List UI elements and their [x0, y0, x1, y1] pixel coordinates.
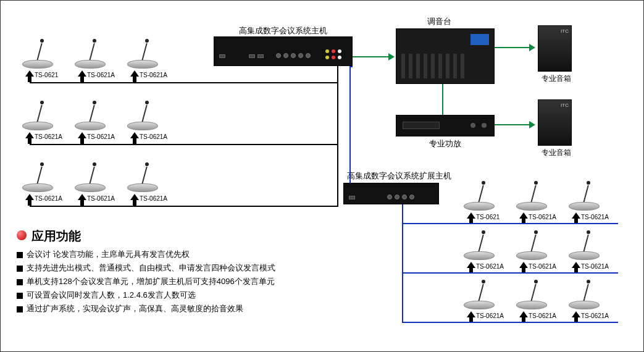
mic-unit — [19, 38, 56, 69]
mic-unit — [72, 161, 109, 192]
mic-label: TS-0621 — [35, 72, 58, 78]
feature-list: 会议讨 论发言功能，主席单元具有发言优先权 支持先进先出模式、普通模式、自由模式… — [17, 248, 275, 316]
arrow-up-icon — [467, 311, 475, 320]
mic-label: TS-0621A — [581, 312, 609, 319]
mic-unit — [566, 279, 603, 309]
mic-label: TS-0621A — [35, 195, 62, 202]
arrow-up-icon — [78, 194, 86, 203]
arrow-up-icon — [467, 262, 475, 270]
mic-label: TS-0621A — [581, 214, 609, 220]
mic-unit — [461, 279, 498, 309]
mic-label: TS-0621A — [140, 72, 167, 78]
speaker-device: ITC — [538, 99, 572, 146]
bullet-square-icon — [17, 279, 23, 285]
arrow-up-icon — [572, 262, 580, 270]
mic-label: TS-0621A — [35, 133, 62, 140]
mic-unit — [72, 38, 109, 69]
mic-label: TS-0621A — [529, 312, 556, 319]
bullet-square-icon — [17, 252, 23, 258]
wire-blue — [349, 66, 353, 67]
wire-green — [442, 84, 443, 115]
bullet-square-icon — [17, 266, 23, 272]
mic-label: TS-0621A — [140, 195, 167, 202]
mic-label: TS-0621A — [581, 263, 609, 270]
arrow-up-icon — [78, 132, 86, 141]
wire-green — [495, 47, 530, 48]
feature-item: 单机支持128个会议发言单元，增加扩展主机后可支持4096个发言单元 — [17, 275, 275, 288]
speaker-label: 专业音箱 — [538, 73, 575, 84]
mic-unit — [566, 229, 603, 260]
speaker-device: ITC — [538, 25, 572, 72]
mic-label: TS-0621A — [87, 72, 115, 78]
mic-unit — [124, 161, 161, 192]
mixer-label: 调音台 — [414, 16, 464, 27]
wire-blue — [402, 322, 618, 323]
feature-text: 通过扩声系统，实现会议扩声，高保真、高灵敏度的拾音效果 — [27, 304, 243, 313]
arrow-up-icon — [25, 132, 34, 141]
mic-label: TS-0621A — [87, 133, 115, 140]
bullet-square-icon — [17, 306, 23, 312]
mic-label: TS-0621A — [140, 133, 167, 140]
mic-unit — [461, 180, 498, 211]
wire-black — [30, 144, 338, 145]
feature-item: 通过扩声系统，实现会议扩声，高保真、高灵敏度的拾音效果 — [17, 302, 275, 316]
feature-text: 单机支持128个会议发言单元，增加扩展主机后可支持4096个发言单元 — [27, 277, 275, 286]
diagram-canvas: TS-0621 TS-0621A TS-0621A TS-0621A TS-06… — [0, 0, 644, 352]
wire-blue — [402, 204, 403, 323]
arrow-up-icon — [78, 70, 86, 79]
mic-label: TS-0621A — [476, 263, 504, 270]
arrow-up-icon — [130, 194, 139, 203]
arrow-up-icon — [25, 194, 34, 203]
mic-unit — [513, 180, 550, 211]
arrow-up-icon — [130, 70, 139, 79]
ext-host-label: 高集成数字会议系统扩展主机 — [343, 170, 454, 182]
feature-text: 支持先进先出模式、普通模式、自由模式、申请发言四种会议发言模式 — [27, 263, 275, 272]
wire-blue — [402, 272, 618, 274]
wire-black — [337, 65, 338, 207]
feature-item: 可设置会议同时发言人数，1.2.4.6发言人数可选 — [17, 288, 275, 302]
mic-unit — [513, 229, 550, 260]
mic-label: TS-0621 — [476, 214, 500, 220]
arrow-up-icon — [519, 262, 528, 270]
mic-label: TS-0621A — [87, 195, 115, 202]
feature-text: 会议讨 论发言功能，主席单元具有发言优先权 — [27, 249, 190, 259]
arrow-up-icon — [572, 311, 580, 320]
wire-green — [495, 124, 530, 125]
arrow-up-icon — [519, 311, 528, 320]
amplifier-device — [396, 115, 495, 136]
mic-unit — [461, 229, 498, 260]
mixer-device — [396, 28, 495, 84]
arrow-up-icon — [519, 212, 528, 221]
mic-unit — [72, 99, 109, 130]
main-host-label: 高集成数字会议系统主机 — [224, 25, 341, 36]
arrow-up-icon — [572, 212, 580, 221]
amp-label: 专业功放 — [420, 138, 470, 149]
speaker-label: 专业音箱 — [538, 148, 575, 158]
bullet-square-icon — [17, 293, 23, 299]
wire-black — [30, 206, 338, 207]
mic-label: TS-0621A — [529, 214, 556, 220]
wire-blue — [349, 66, 351, 183]
speaker-logo: ITC — [561, 103, 569, 108]
feature-text: 可设置会议同时发言人数，1.2.4.6发言人数可选 — [27, 290, 196, 300]
wire-black — [30, 82, 338, 83]
arrow-up-icon — [25, 70, 34, 79]
wire-blue — [402, 223, 618, 224]
main-host-device — [214, 36, 353, 66]
arrow-up-icon — [130, 132, 139, 141]
mic-unit — [124, 99, 161, 130]
mic-unit — [124, 38, 161, 69]
mic-unit — [19, 161, 56, 192]
mic-label: TS-0621A — [476, 312, 504, 319]
mic-unit — [513, 279, 550, 309]
mic-label: TS-0621A — [529, 263, 556, 270]
wire-green — [353, 56, 390, 57]
mic-unit — [19, 99, 56, 130]
ext-host-device — [343, 183, 439, 204]
feature-item: 支持先进先出模式、普通模式、自由模式、申请发言四种会议发言模式 — [17, 261, 275, 275]
feature-item: 会议讨 论发言功能，主席单元具有发言优先权 — [17, 248, 275, 261]
section-title: 应用功能 — [31, 228, 81, 245]
red-dot-icon — [17, 230, 27, 240]
mic-unit — [566, 180, 603, 211]
speaker-logo: ITC — [561, 28, 569, 34]
